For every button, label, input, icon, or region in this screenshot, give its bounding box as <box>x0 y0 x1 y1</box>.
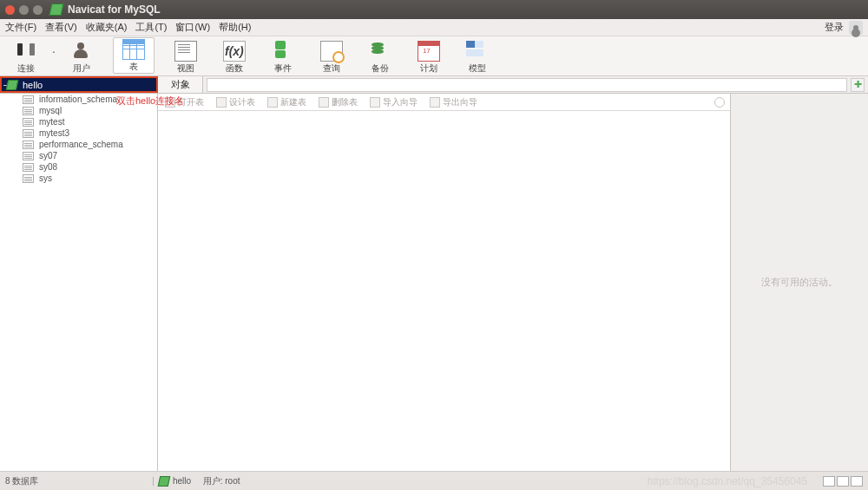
toolbar-table[interactable]: 表 <box>113 37 155 74</box>
window-title: Navicat for MySQL <box>68 3 161 16</box>
sidebar-db-label: sys <box>39 173 52 183</box>
toolbar-event-label: 事件 <box>274 63 292 74</box>
toolbar-user[interactable]: 用户 <box>64 41 99 74</box>
menu-favorites[interactable]: 收藏夹(A) <box>86 21 128 34</box>
user-avatar-icon[interactable] <box>849 21 863 35</box>
toolbar-view[interactable]: 视图 <box>168 41 203 74</box>
status-connection: hello 用户: root <box>159 475 240 487</box>
sidebar-db-item[interactable]: performance_schema <box>0 139 157 150</box>
database-icon <box>23 107 34 115</box>
view-mode-list-icon[interactable] <box>823 476 835 487</box>
toolbar-event[interactable]: 事件 <box>266 41 300 74</box>
connection-tab-hello[interactable]: – hello <box>0 76 158 93</box>
center-pane: 打开表 设计表 新建表 删除表 导入向导 导出向导 <box>158 94 731 471</box>
database-icon <box>23 174 34 183</box>
status-connection-name: hello <box>173 476 191 486</box>
sidebar-db-label: mytest <box>39 117 64 127</box>
action-design-table[interactable]: 设计表 <box>216 96 255 108</box>
toolbar-query-label: 查询 <box>323 63 340 74</box>
annotation-text: 双击hello连接名 <box>116 95 184 108</box>
query-icon <box>320 41 343 62</box>
toolbar-model-label: 模型 <box>469 63 486 74</box>
view-mode-detail-icon[interactable] <box>837 476 849 487</box>
database-icon <box>23 152 34 160</box>
toolbar-user-label: 用户 <box>73 63 90 74</box>
view-mode-switch <box>823 476 863 487</box>
action-design-table-label: 设计表 <box>229 96 255 108</box>
sidebar-db-item[interactable]: sy07 <box>0 150 157 161</box>
menu-file[interactable]: 文件(F) <box>5 21 36 34</box>
export-icon <box>430 97 440 108</box>
new-table-icon <box>267 97 278 108</box>
table-action-bar: 打开表 设计表 新建表 删除表 导入向导 导出向导 <box>158 94 730 111</box>
sidebar-db-item[interactable]: sys <box>0 173 157 184</box>
backup-icon <box>369 41 391 62</box>
object-list-empty <box>158 111 730 471</box>
action-new-table-label: 新建表 <box>280 96 306 108</box>
action-import-wizard[interactable]: 导入向导 <box>370 96 418 108</box>
add-object-icon[interactable]: ✚ <box>851 78 865 92</box>
toolbar-model[interactable]: 模型 <box>460 41 495 74</box>
connection-tab-label: hello <box>23 80 43 90</box>
window-maximize-button[interactable] <box>33 5 43 15</box>
toolbar-schedule[interactable]: 计划 <box>411 41 446 74</box>
object-search-input[interactable] <box>207 78 847 92</box>
toolbar-query[interactable]: 查询 <box>314 41 349 74</box>
refresh-icon[interactable] <box>714 97 725 108</box>
sidebar-db-item[interactable]: mytest3 <box>0 127 157 139</box>
database-icon <box>23 95 34 104</box>
status-user: 用户: root <box>203 475 240 487</box>
action-delete-table[interactable]: 删除表 <box>319 96 358 108</box>
login-link[interactable]: 登录 <box>825 21 844 34</box>
sidebar-db-label: information_schema <box>39 95 117 104</box>
delete-table-icon <box>319 97 329 108</box>
connection-icon <box>158 476 171 487</box>
sidebar-db-label: sy08 <box>39 162 57 172</box>
toolbar-backup[interactable]: 备份 <box>363 41 398 74</box>
database-icon <box>23 118 34 127</box>
action-export-wizard[interactable]: 导出向导 <box>430 96 477 108</box>
database-icon <box>23 163 34 172</box>
database-icon <box>23 129 34 138</box>
sidebar-db-item[interactable]: sy08 <box>0 161 157 173</box>
sidebar-db-item[interactable]: mytest <box>0 116 157 127</box>
object-search-row: ✚ <box>203 76 868 93</box>
status-divider: | <box>148 476 159 486</box>
toolbar-separator-dot: · <box>52 44 56 58</box>
sidebar-db-label: sy07 <box>39 151 57 160</box>
toolbar-connection-label: 连接 <box>17 63 35 74</box>
sidebar-db-label: performance_schema <box>39 140 123 149</box>
view-mode-grid-icon[interactable] <box>851 476 863 487</box>
menu-window[interactable]: 窗口(W) <box>175 21 210 34</box>
tab-objects-label: 对象 <box>171 78 190 91</box>
menu-help[interactable]: 帮助(H) <box>219 21 251 34</box>
import-icon <box>370 97 380 108</box>
toolbar-function[interactable]: f(x) 函数 <box>217 41 252 74</box>
action-delete-table-label: 删除表 <box>332 96 358 108</box>
activity-empty-text: 没有可用的活动。 <box>761 276 838 289</box>
window-close-button[interactable] <box>5 5 15 15</box>
event-icon <box>272 41 294 62</box>
menu-view[interactable]: 查看(V) <box>45 21 77 34</box>
status-db-count: 8 数据库 <box>0 475 148 487</box>
tab-objects[interactable]: 对象 <box>158 76 203 93</box>
sidebar-db-label: mytest3 <box>39 128 69 138</box>
function-icon: f(x) <box>223 41 246 62</box>
status-bar: 8 数据库 | hello 用户: root https://blog.csdn… <box>0 471 868 490</box>
action-new-table[interactable]: 新建表 <box>267 96 306 108</box>
view-icon <box>174 41 197 62</box>
sidebar-db-label: mysql <box>39 106 62 115</box>
toolbar-connection[interactable]: 连接 <box>9 41 43 74</box>
database-sidebar: information_schema mysql mytest mytest3 … <box>0 94 158 471</box>
window-minimize-button[interactable] <box>19 5 29 15</box>
activity-pane: 没有可用的活动。 <box>731 94 868 471</box>
menu-tools[interactable]: 工具(T) <box>135 21 167 34</box>
action-export-label: 导出向导 <box>443 96 477 108</box>
toolbar-function-label: 函数 <box>226 63 243 74</box>
menu-bar: 文件(F) 查看(V) 收藏夹(A) 工具(T) 窗口(W) 帮助(H) 登录 <box>0 19 868 36</box>
table-icon <box>122 39 145 60</box>
user-icon <box>70 41 93 62</box>
app-icon <box>49 3 64 16</box>
design-table-icon <box>216 97 227 108</box>
toolbar-table-label: 表 <box>129 62 138 72</box>
